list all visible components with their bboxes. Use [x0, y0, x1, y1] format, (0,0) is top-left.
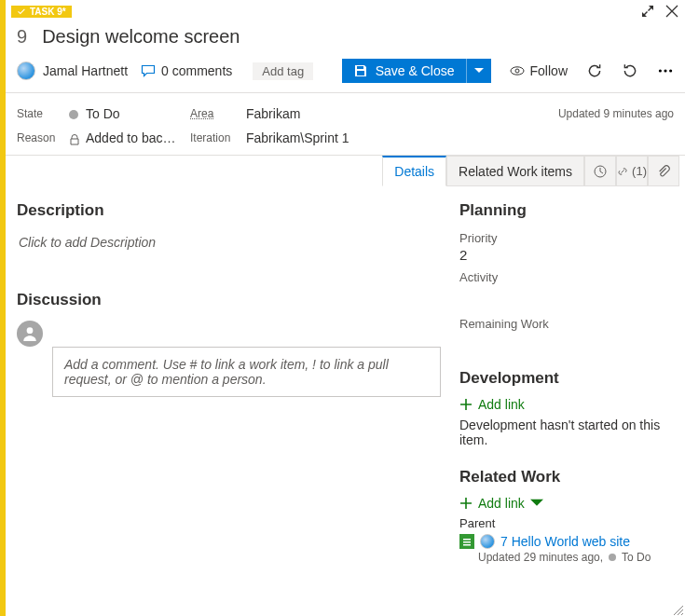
- reason-value[interactable]: Added to bac…: [69, 130, 190, 145]
- related-work-heading: Related Work: [459, 468, 674, 486]
- undo-icon[interactable]: [622, 62, 638, 79]
- discussion-input[interactable]: Add a comment. Use # to link a work item…: [52, 347, 441, 397]
- follow-button[interactable]: Follow: [510, 63, 568, 78]
- history-icon: [593, 164, 608, 179]
- work-item-type-chip: TASK 9*: [11, 6, 72, 18]
- eye-icon: [510, 63, 525, 78]
- tab-history[interactable]: [584, 156, 616, 186]
- iteration-label: Iteration: [190, 131, 246, 144]
- tab-attachments[interactable]: [648, 156, 679, 186]
- lock-icon: [69, 133, 80, 144]
- related-add-link-button[interactable]: Add link: [459, 496, 674, 511]
- svg-rect-7: [463, 539, 471, 541]
- related-item-meta: Updated 29 minutes ago, To Do: [478, 551, 674, 564]
- tab-links[interactable]: (1): [616, 156, 648, 186]
- priority-label: Priority: [459, 231, 674, 245]
- more-icon[interactable]: [657, 62, 674, 79]
- work-item-title[interactable]: Design welcome screen: [42, 26, 240, 48]
- area-value[interactable]: Fabrikam: [246, 106, 414, 121]
- comments-button[interactable]: 0 comments: [141, 63, 232, 78]
- remaining-work-label: Remaining Work: [459, 317, 674, 331]
- development-message: Development hasn't started on this item.: [459, 418, 674, 447]
- tab-related-work-items[interactable]: Related Work items: [446, 156, 584, 186]
- status-dot-icon: [69, 110, 78, 119]
- reason-label: Reason: [17, 131, 69, 144]
- chevron-down-icon: [530, 497, 543, 510]
- links-count: (1): [632, 164, 647, 178]
- link-icon: [617, 165, 628, 178]
- svg-point-6: [27, 327, 34, 334]
- related-item-title: Hello World web site: [512, 534, 630, 549]
- close-icon[interactable]: [664, 4, 679, 19]
- svg-point-3: [664, 69, 666, 72]
- comment-icon: [141, 63, 156, 78]
- discussion-heading: Discussion: [17, 291, 441, 309]
- svg-point-4: [669, 69, 672, 72]
- related-parent-label: Parent: [459, 516, 674, 530]
- add-link-label: Add link: [478, 496, 525, 511]
- svg-point-0: [511, 67, 524, 75]
- save-label: Save & Close: [376, 63, 455, 78]
- check-icon: [17, 7, 26, 16]
- backlog-item-icon: [459, 534, 474, 549]
- follow-label: Follow: [530, 63, 568, 78]
- remaining-work-value[interactable]: [459, 333, 674, 349]
- area-label: Area: [190, 107, 246, 120]
- user-avatar-icon: [17, 321, 43, 347]
- work-item-id: 9: [17, 26, 27, 48]
- status-dot-icon: [609, 554, 616, 561]
- development-add-link-button[interactable]: Add link: [459, 397, 674, 412]
- development-heading: Development: [459, 369, 674, 388]
- updated-text: Updated 9 minutes ago: [414, 107, 674, 120]
- svg-rect-8: [463, 541, 471, 543]
- assignee-name: Jamal Hartnett: [43, 63, 128, 78]
- assignee-picker[interactable]: Jamal Hartnett: [17, 62, 128, 80]
- attachment-icon: [657, 165, 670, 178]
- avatar-icon: [480, 534, 495, 549]
- description-input[interactable]: Click to add Description: [17, 231, 441, 253]
- iteration-value[interactable]: Fabrikam\Sprint 1: [246, 130, 414, 145]
- plus-icon: [459, 497, 473, 510]
- activity-value[interactable]: [459, 286, 674, 302]
- state-value[interactable]: To Do: [69, 106, 190, 121]
- description-heading: Description: [17, 201, 441, 220]
- avatar-icon: [17, 62, 35, 80]
- tab-details[interactable]: Details: [382, 156, 446, 186]
- svg-rect-9: [463, 544, 471, 546]
- svg-point-2: [659, 69, 662, 72]
- save-icon: [353, 63, 368, 78]
- related-item-id: 7: [500, 534, 508, 549]
- add-link-label: Add link: [478, 397, 525, 412]
- priority-value[interactable]: 2: [459, 247, 674, 263]
- activity-label: Activity: [459, 270, 674, 284]
- comments-count: 0 comments: [161, 63, 232, 78]
- plus-icon: [459, 398, 473, 411]
- related-work-item[interactable]: 7 Hello World web site: [459, 534, 674, 549]
- save-and-close-button[interactable]: Save & Close: [342, 59, 466, 83]
- refresh-icon[interactable]: [586, 62, 603, 79]
- planning-heading: Planning: [459, 201, 674, 220]
- type-label: TASK 9*: [30, 7, 66, 17]
- state-label: State: [17, 107, 69, 120]
- chevron-down-icon: [474, 68, 484, 74]
- expand-icon[interactable]: [640, 4, 655, 19]
- resize-handle-icon[interactable]: [672, 603, 683, 614]
- svg-point-1: [515, 69, 519, 73]
- add-tag-button[interactable]: Add tag: [253, 62, 313, 80]
- save-dropdown-button[interactable]: [466, 59, 491, 83]
